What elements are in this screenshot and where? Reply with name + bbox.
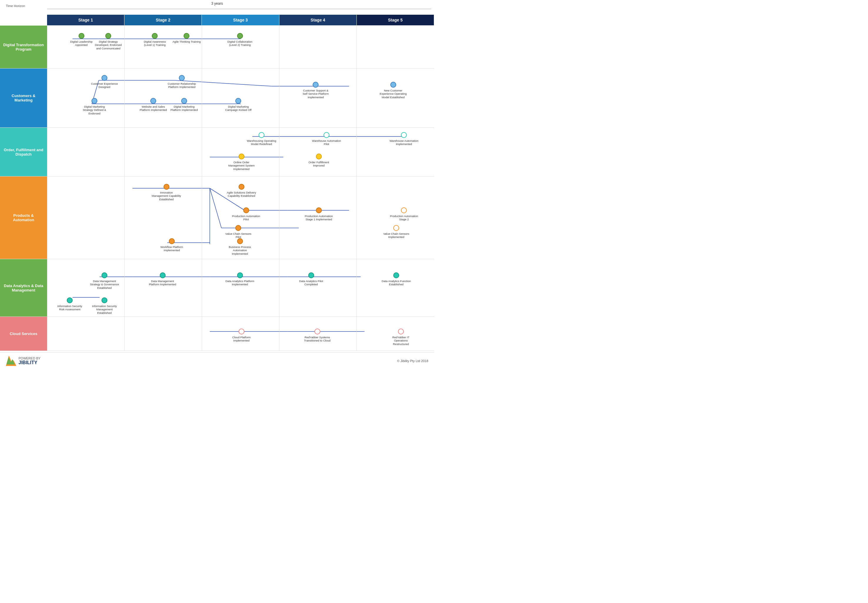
da-stage1: Information Security Risk Assessment Dat… xyxy=(47,259,125,317)
dt-stage1: Digital Leadership Appointed Digital Str… xyxy=(47,26,125,68)
node-label-cloud-platform: Cloud Platform Implemented xyxy=(227,336,256,342)
dt-stage4 xyxy=(280,26,357,68)
row-content-order: Warehousing Operating Model Redefined On… xyxy=(47,128,434,176)
node-data-mgmt-strat: Data Management Strategy & Governance Es… xyxy=(90,272,119,289)
node-label-value-chain-impl: Value Chain Sensors Implemented xyxy=(381,232,411,239)
node-circle-order-fulfill xyxy=(316,153,322,159)
pa-stage1 xyxy=(47,176,125,259)
node-circle-innovation xyxy=(164,184,170,190)
node-label-crm: Customer Relationship Platform Implement… xyxy=(167,82,196,89)
row-label-order: Order, Fulfillment and Dispatch xyxy=(0,128,47,176)
node-label-prod-stage2: Production Automation Stage 2 xyxy=(389,215,419,221)
pa-stage5: Production Automation Stage 2 Value Chai… xyxy=(357,176,434,259)
cs-stage5: RedYabber IT Operations Restructured xyxy=(357,317,434,351)
node-label-analytics-pilot: Data Analytics Pilot Completed xyxy=(297,280,326,286)
footer-brand: JIBILITY xyxy=(19,360,40,365)
node-cx-support: Customer Support & Self Service Platform… xyxy=(301,82,331,99)
node-circle-leadership xyxy=(79,33,84,39)
row-label-customers: Customers & Marketing xyxy=(0,68,47,127)
node-prod-stage2: Production Automation Stage 2 xyxy=(389,207,419,221)
node-circle-website xyxy=(150,98,156,104)
node-label-workflow: Workflow Platform Implemented xyxy=(157,245,187,252)
da-stage3: Data Analytics Platform Implemented xyxy=(202,259,280,317)
node-order-fulfill: Order Fulfillment Improved xyxy=(304,153,334,167)
row-content-cloud: Cloud Platform Implemented RedYabber Sys… xyxy=(47,317,434,351)
node-circle-analytics-function xyxy=(393,272,399,278)
node-circle-workflow xyxy=(169,238,175,244)
node-circle-collab xyxy=(237,33,243,39)
row-content-products: Innovation Management Capability Establi… xyxy=(47,176,434,259)
node-collab: Digital Collaboration (Level 2) Training xyxy=(225,33,255,47)
cs-stage3: Cloud Platform Implemented xyxy=(202,317,280,351)
node-circle-is-risk xyxy=(67,297,73,303)
node-label-dm-strategy: Digital Marketing Strategy Defined & End… xyxy=(80,105,109,115)
node-label-analytics-platform: Data Analytics Platform Implemented xyxy=(225,280,255,286)
node-circle-data-mgmt-platform xyxy=(160,272,165,278)
node-label-website: Website and Sales Platform Implemented xyxy=(139,105,168,112)
node-agile-delivery: Agile Solutions Delivery Capability Esta… xyxy=(227,184,256,198)
stage-headers: Stage 1 Stage 2 Stage 3 Stage 4 Stage 5 xyxy=(47,15,434,26)
row-customers: Customers & Marketing xyxy=(0,68,434,128)
node-circle-redyabber-ops xyxy=(398,329,404,334)
node-agile-thinking: Agile Thinking Training xyxy=(172,33,201,43)
row-label-digital-transformation: Digital Transformation Program xyxy=(0,26,47,68)
node-circle-warehouse-impl xyxy=(401,132,407,138)
node-strategy: Digital Strategy Developed, Endorsed and… xyxy=(94,33,123,50)
node-circle-prod-auto-pilot xyxy=(243,207,249,213)
stage-3-header: Stage 3 xyxy=(202,15,279,25)
node-circle-cloud-platform xyxy=(239,329,244,334)
row-order: Order, Fulfillment and Dispatch Warehous… xyxy=(0,128,434,176)
row-content-data: Information Security Risk Assessment Dat… xyxy=(47,259,434,317)
row-content-digital-transformation: Digital Leadership Appointed Digital Str… xyxy=(47,26,434,68)
node-crm: Customer Relationship Platform Implement… xyxy=(167,75,196,89)
cs-stage4: RedYabber Systems Transitioned to Cloud xyxy=(280,317,357,351)
node-new-cx: New Customer Experience Operating Model … xyxy=(378,82,408,99)
cm-stage2: Website and Sales Platform Implemented C… xyxy=(125,68,202,127)
node-circle-awareness xyxy=(152,33,158,39)
node-circle-agile-thinking xyxy=(184,33,189,39)
main-grid: Stage 1 Stage 2 Stage 3 Stage 4 Stage 5 … xyxy=(0,15,434,351)
ofd-stage4: Order Fulfillment Improved Warehouse Aut… xyxy=(280,128,357,176)
footer-logo-text-container: POWERED BY JIBILITY xyxy=(19,357,40,365)
node-warehouse-pilot: Warehouse Automation Pilot xyxy=(312,132,341,146)
da-stage4: Data Analytics Pilot Completed xyxy=(280,259,357,317)
node-circle-analytics-pilot xyxy=(308,272,314,278)
ofd-stage5: Warehouse Automation Implemented xyxy=(357,128,434,176)
node-label-prod-stage1: Production Automation Stage 1 Implemente… xyxy=(304,215,334,221)
node-label-innovation: Innovation Management Capability Establi… xyxy=(152,191,181,201)
row-data: Data Analytics & Data Management Informa… xyxy=(0,259,434,317)
jibility-logo-icon xyxy=(6,356,16,366)
node-label-order-mgmt: Online Order Management System Implement… xyxy=(227,161,256,171)
node-circle-prod-stage2 xyxy=(401,207,407,213)
node-warehouse-impl: Warehouse Automation Implemented xyxy=(389,132,419,146)
node-circle-warehouse-model xyxy=(258,132,264,138)
node-data-mgmt-platform: Data Management Platform Implemented xyxy=(148,272,178,286)
node-circle-dm-platform xyxy=(181,98,187,104)
node-website: Website and Sales Platform Implemented xyxy=(139,98,168,112)
cs-stage2 xyxy=(125,317,202,351)
node-label-is-risk: Information Security Risk Assessment xyxy=(55,305,84,311)
node-circle-strategy xyxy=(105,33,111,39)
node-workflow: Workflow Platform Implemented xyxy=(157,238,187,252)
stage-2-header: Stage 2 xyxy=(124,15,202,25)
time-horizon-label: Time Horizon xyxy=(6,4,25,8)
node-dm-platform: Digital Marketing Platform Implemented xyxy=(170,98,199,112)
row-label-products: Products & Automation xyxy=(0,176,47,259)
footer: POWERED BY JIBILITY © Jibility Pty Ltd 2… xyxy=(0,353,434,369)
stage-4-header: Stage 4 xyxy=(280,15,357,25)
node-label-new-cx: New Customer Experience Operating Model … xyxy=(378,89,408,99)
da-stage5: Data Analytics Function Established xyxy=(357,259,434,317)
node-label-agile-delivery: Agile Solutions Delivery Capability Esta… xyxy=(227,191,256,198)
node-label-analytics-function: Data Analytics Function Established xyxy=(381,280,411,286)
node-label-awareness: Digital Awareness (Level 1) Training xyxy=(140,40,170,47)
node-circle-value-chain-pilot xyxy=(235,225,241,231)
cm-stage1: Customer Experience Designed Digital Mar… xyxy=(47,68,125,127)
cm-stage5: New Customer Experience Operating Model … xyxy=(357,68,434,127)
node-value-chain-impl: Value Chain Sensors Implemented xyxy=(381,225,411,239)
node-is-risk: Information Security Risk Assessment xyxy=(55,297,84,311)
node-bpa: Business Process Automation Implemented xyxy=(225,238,255,255)
node-label-is-mgmt: Information Security Management Establis… xyxy=(90,305,119,314)
node-leadership: Digital Leadership Appointed xyxy=(67,33,96,47)
dt-stage5 xyxy=(357,26,434,68)
node-circle-new-cx xyxy=(390,82,396,88)
